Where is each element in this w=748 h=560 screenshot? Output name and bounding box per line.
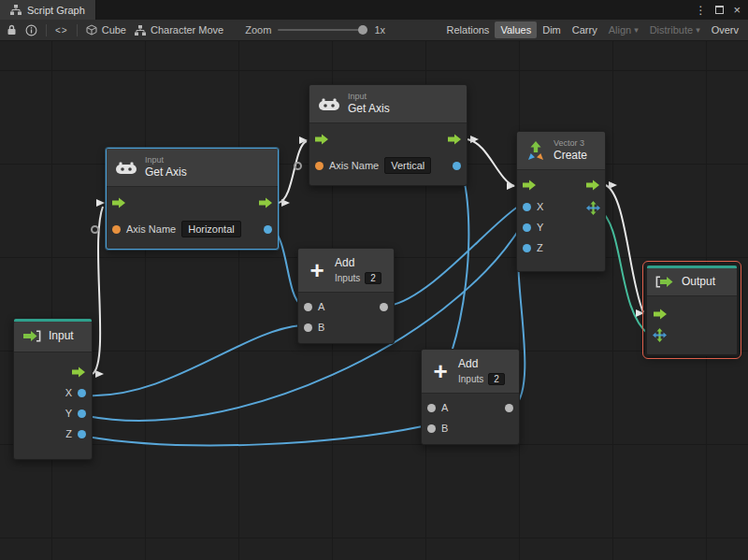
add-a-in-port[interactable] bbox=[427, 404, 436, 412]
add-b-in-port[interactable] bbox=[304, 323, 312, 332]
node-add-1[interactable]: + Add Inputs2 A B bbox=[297, 248, 395, 344]
node-category: Input bbox=[145, 155, 187, 165]
node-title: Output bbox=[682, 275, 715, 289]
chevron-down-icon: ▾ bbox=[696, 25, 700, 35]
node-category: Vector 3 bbox=[554, 138, 587, 149]
zoom-slider[interactable] bbox=[278, 24, 367, 36]
node-category: Input bbox=[348, 92, 390, 102]
values-button[interactable]: Values bbox=[495, 22, 537, 38]
script-graph-icon bbox=[10, 5, 22, 15]
overview-button[interactable]: Overv bbox=[706, 22, 744, 38]
flow-in-port[interactable] bbox=[522, 179, 537, 191]
wire-flow-vector3-create-to-output[interactable] bbox=[606, 185, 643, 312]
toolbar-divider bbox=[46, 24, 47, 36]
carry-button[interactable]: Carry bbox=[567, 22, 603, 38]
wire-flow-getaxis-vertical-to-vector3-create[interactable] bbox=[468, 139, 514, 186]
flow-out-port[interactable] bbox=[447, 134, 462, 145]
add-a-in-port[interactable] bbox=[304, 303, 312, 311]
port-label: A bbox=[441, 402, 448, 413]
node-vector3-create[interactable]: Vector 3Create X Y Z bbox=[516, 131, 606, 272]
flow-in-port[interactable] bbox=[653, 309, 668, 320]
vector3-result-out-port[interactable] bbox=[586, 201, 600, 215]
port-label: X bbox=[537, 201, 543, 212]
add-b-in-port[interactable] bbox=[427, 424, 436, 433]
wire-input-x-to-add1-b[interactable] bbox=[87, 325, 301, 395]
node-graph-output[interactable]: Output bbox=[645, 264, 739, 356]
inputs-count-field[interactable]: 2 bbox=[365, 272, 381, 284]
info-icon[interactable] bbox=[25, 24, 37, 36]
wire-flow-getaxis-horizontal-to-getaxis-vertical[interactable] bbox=[279, 141, 307, 203]
param-label: Axis Name bbox=[126, 223, 176, 235]
vector3-x-in-port[interactable] bbox=[523, 203, 531, 211]
axis-name-string-port[interactable] bbox=[315, 162, 324, 170]
node-header: Vector 3Create bbox=[517, 132, 605, 170]
port-label: X bbox=[65, 387, 72, 398]
vector3-icon bbox=[525, 140, 546, 161]
tab-title: Script Graph bbox=[27, 5, 85, 16]
flow-out-port[interactable] bbox=[71, 366, 86, 378]
axis-name-field[interactable]: Horizontal bbox=[181, 221, 241, 237]
wire-input-z-to-add2-b[interactable] bbox=[87, 426, 423, 445]
window-menu-icon[interactable]: ⋮ bbox=[695, 5, 706, 16]
breadcrumb-character-move[interactable]: Character Move bbox=[135, 24, 223, 36]
relations-button[interactable]: Relations bbox=[441, 22, 496, 38]
zoom-control: Zoom 1x bbox=[245, 24, 385, 36]
input-x-out-port[interactable] bbox=[78, 389, 86, 397]
dim-button[interactable]: Dim bbox=[537, 22, 567, 38]
node-get-axis-vertical[interactable]: InputGet Axis Axis Name Vertical bbox=[309, 84, 468, 186]
window-controls: ⋮ × bbox=[687, 0, 748, 20]
input-y-out-port[interactable] bbox=[78, 409, 86, 418]
axis-value-out-port[interactable] bbox=[264, 225, 272, 234]
param-label: Axis Name bbox=[329, 160, 379, 171]
collapse-icon[interactable]: <> bbox=[55, 25, 68, 36]
flow-out-port[interactable] bbox=[258, 197, 273, 208]
axis-value-out-port[interactable] bbox=[453, 162, 461, 170]
script-graph-window: Script Graph ⋮ × <> Cube Character Move … bbox=[0, 0, 748, 560]
gamepad-icon bbox=[318, 97, 340, 111]
flow-in-port[interactable] bbox=[314, 134, 329, 145]
port-label: B bbox=[318, 322, 324, 333]
node-header: InputGet Axis bbox=[309, 85, 467, 123]
graph-canvas[interactable]: InputGet Axis Axis Name Vertical bbox=[0, 41, 748, 560]
inputs-count-field[interactable]: 2 bbox=[488, 373, 505, 385]
unconnected-port-icon[interactable] bbox=[294, 162, 302, 170]
add-sum-out-port[interactable] bbox=[380, 303, 388, 311]
add-sum-out-port[interactable] bbox=[505, 404, 513, 412]
wire-arrowhead bbox=[96, 199, 105, 207]
output-value-in-port[interactable] bbox=[653, 328, 667, 342]
maximize-icon[interactable] bbox=[715, 6, 724, 14]
lock-icon[interactable] bbox=[7, 24, 17, 36]
port-label: Y bbox=[65, 408, 72, 419]
close-icon[interactable]: × bbox=[733, 4, 741, 16]
flow-in-port[interactable] bbox=[111, 197, 126, 208]
node-add-2[interactable]: + Add Inputs2 A B bbox=[421, 349, 520, 445]
port-label: Y bbox=[537, 222, 543, 233]
cube-icon bbox=[86, 24, 97, 36]
node-title: Input bbox=[49, 329, 74, 343]
distribute-label: Distribute bbox=[650, 24, 693, 36]
node-get-axis-horizontal[interactable]: InputGet Axis Axis Name Horizontal bbox=[106, 148, 279, 250]
flow-out-port[interactable] bbox=[585, 179, 600, 191]
port-label: B bbox=[441, 423, 448, 434]
breadcrumb-cube[interactable]: Cube bbox=[86, 24, 126, 36]
unconnected-port-icon[interactable] bbox=[91, 225, 99, 234]
tab-script-graph[interactable]: Script Graph bbox=[0, 0, 96, 20]
align-button[interactable]: Align▾ bbox=[603, 22, 644, 38]
node-header: Output bbox=[647, 268, 737, 296]
vector3-z-in-port[interactable] bbox=[523, 244, 531, 252]
wire-arrowhead bbox=[95, 370, 104, 378]
distribute-button[interactable]: Distribute▾ bbox=[644, 22, 706, 38]
zoom-slider-track bbox=[278, 29, 367, 31]
align-label: Align bbox=[609, 24, 631, 36]
inputs-label: Inputs bbox=[458, 374, 483, 384]
port-label: Z bbox=[65, 428, 72, 439]
axis-name-string-port[interactable] bbox=[112, 225, 121, 234]
axis-name-field[interactable]: Vertical bbox=[384, 157, 431, 174]
vector3-y-in-port[interactable] bbox=[523, 223, 531, 232]
add-icon: + bbox=[430, 361, 451, 381]
zoom-slider-handle[interactable] bbox=[358, 25, 367, 35]
input-z-out-port[interactable] bbox=[78, 430, 86, 438]
node-graph-input[interactable]: Input X Y Z bbox=[13, 318, 93, 460]
graph-toolbar: <> Cube Character Move Zoom 1x Relations… bbox=[0, 20, 748, 41]
node-header: + Add Inputs2 bbox=[422, 350, 519, 394]
